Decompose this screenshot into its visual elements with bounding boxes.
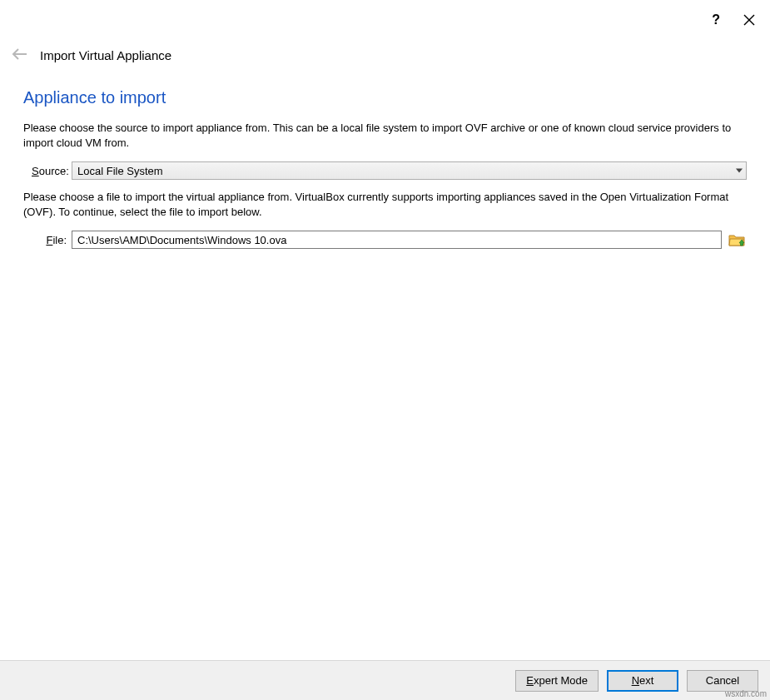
source-value: Local File System [77, 165, 163, 177]
file-label: File: [23, 234, 67, 246]
help-icon[interactable]: ? [712, 12, 720, 27]
file-description: Please choose a file to import the virtu… [23, 190, 747, 219]
next-button[interactable]: Next [607, 670, 678, 692]
file-input[interactable] [72, 231, 722, 249]
expert-mode-button[interactable]: Expert Mode [515, 670, 599, 692]
content-area: Appliance to import Please choose the so… [0, 70, 770, 249]
titlebar: ? [0, 0, 770, 40]
close-icon[interactable] [743, 14, 755, 26]
page-heading: Appliance to import [23, 88, 747, 107]
footer-bar: Expert Mode Next Cancel [0, 660, 770, 700]
source-row: Source: Local File System [23, 161, 747, 180]
wizard-header: Import Virtual Appliance [0, 40, 770, 70]
back-arrow-icon [12, 47, 28, 63]
source-description: Please choose the source to import appli… [23, 121, 747, 150]
source-combobox[interactable]: Local File System [72, 161, 747, 180]
source-label: Source: [23, 165, 67, 177]
cancel-button[interactable]: Cancel [687, 670, 758, 692]
watermark: wsxdn.com [725, 689, 767, 698]
file-row: File: [23, 231, 747, 249]
browse-file-button[interactable] [727, 231, 747, 249]
chevron-down-icon [736, 169, 743, 173]
window-title: Import Virtual Appliance [40, 48, 171, 62]
